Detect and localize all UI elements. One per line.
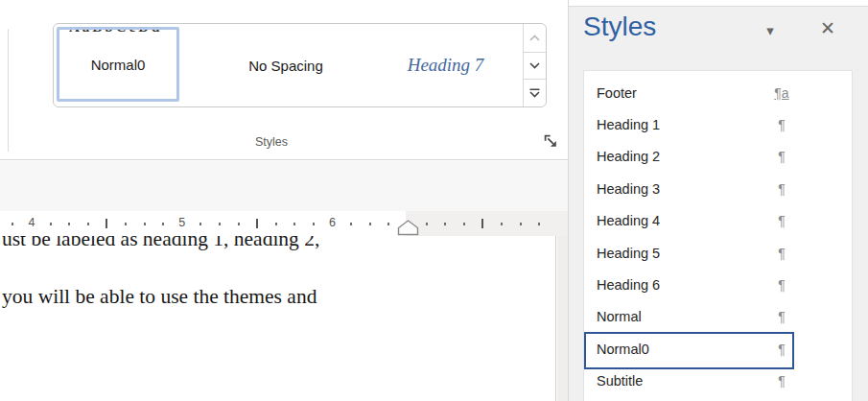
document-top-margin-band [0,161,568,211]
paragraph-mark-icon: ¶ [765,373,798,389]
style-name: Heading 4 [597,213,765,228]
paragraph-mark-icon: ¶ [765,277,798,293]
ribbon-group-separator [8,29,9,152]
dialog-launcher-icon [544,134,559,150]
horizontal-ruler[interactable]: 456 [0,211,568,236]
ruler-half-tick [481,219,483,228]
style-name: Heading 5 [597,246,765,261]
pane-close-button[interactable]: ✕ [816,17,839,39]
ruler-number: 4 [29,216,35,229]
style-name: Heading 2 [597,149,765,164]
ruler-tick [125,223,127,225]
ruler-text-area [0,211,406,236]
ruler-number: 5 [178,216,185,229]
style-list-item-heading-3[interactable]: Heading 3¶ [584,173,852,204]
ruler-tick [275,223,277,225]
gallery-scroll-up-button[interactable] [524,24,546,52]
style-card-heading-7[interactable]: Heading 7 [368,24,523,106]
paragraph-mark-icon: ¶a [765,85,798,101]
style-list-item-footer[interactable]: Footer¶a [584,77,852,108]
ruler-tick [313,223,315,225]
paragraph-mark-icon: ¶ [765,181,798,197]
style-card-normal0[interactable]: AaBbCcDd Normal0 [57,27,179,102]
gallery-scroll-down-button[interactable] [524,52,546,80]
style-list-item-heading-6[interactable]: Heading 6¶ [584,269,852,300]
styles-pane-title: Styles [583,12,656,42]
style-list-item-subtitle[interactable]: Subtitle¶ [584,366,852,397]
ruler-tick [520,223,522,225]
gallery-scroll-column [523,24,546,106]
ruler-tick [162,223,164,225]
styles-gallery: AaBbCcDd Normal0 No Spacing Heading 7 [53,23,547,107]
ruler-tick [50,223,52,225]
ruler-tick [219,223,221,225]
ruler-tick [293,223,295,225]
style-card-no-spacing[interactable]: No Spacing [205,24,366,106]
style-card-label: Heading 7 [408,55,484,76]
ruler-tick [350,223,352,225]
style-card-label: No Spacing [248,58,323,74]
style-preview-clipped: AaBbCcDd [59,30,176,36]
style-name: Subtitle [597,373,765,389]
ruler-tick [87,223,89,225]
ruler-tick [387,223,389,225]
document-page[interactable]: ust be labeled as heading 1, heading 2, … [0,236,556,401]
style-list-item-heading-1[interactable]: Heading 1¶ [584,108,852,140]
paragraph-mark-icon: ¶ [765,149,798,164]
paragraph-mark-icon: ¶ [765,309,798,324]
style-name: Heading 6 [597,277,765,293]
style-list-item-normal[interactable]: Normal¶ [584,301,852,333]
ruler-tick [12,223,13,225]
ribbon-styles-group: AaBbCcDd Normal0 No Spacing Heading 7 [0,0,568,160]
ruler-number: 6 [329,216,336,229]
paragraph-mark-icon: ¶ [765,213,798,228]
style-list-item-heading-5[interactable]: Heading 5¶ [584,237,852,269]
style-list-item-normal0[interactable]: Normal0¶ [584,333,852,365]
more-styles-icon [529,88,540,98]
document-text-line-clipped: ust be labeled as heading 1, heading 2, [2,236,414,252]
style-name: Heading 3 [597,181,765,197]
pane-top-edge [569,0,868,7]
style-list-item-heading-4[interactable]: Heading 4¶ [584,205,852,237]
ruler-tick [463,223,465,225]
style-card-label: Normal0 [91,57,146,73]
paragraph-mark-icon: ¶ [765,342,798,357]
style-name: Heading 1 [597,117,765,132]
document-right-gutter [557,236,568,401]
ruler-tick [444,223,446,225]
styles-task-pane: Styles ▾ ✕ Footer¶aHeading 1¶Heading 2¶H… [568,0,868,401]
chevron-up-icon [529,35,540,41]
ruler-tick [68,223,70,225]
styles-list: Footer¶aHeading 1¶Heading 2¶Heading 3¶He… [583,70,853,401]
style-list-item-heading-2[interactable]: Heading 2¶ [584,141,852,173]
ruler-tick [369,223,371,225]
paragraph-mark-icon: ¶ [765,246,798,261]
ruler-tick [144,223,146,225]
ruler-tick [426,223,428,225]
ruler-tick [538,223,540,225]
styles-dialog-launcher-button[interactable] [544,134,559,150]
ruler-tick [501,223,503,225]
word-window: AaBbCcDd Normal0 No Spacing Heading 7 [0,0,868,401]
styles-gallery-cards: AaBbCcDd Normal0 No Spacing Heading 7 [54,24,523,106]
chevron-down-icon [529,62,540,69]
ruler-tick [199,223,201,225]
style-name: Normal0 [597,342,765,357]
ribbon-group-label: Styles [209,135,334,149]
pane-options-dropdown-button[interactable]: ▾ [759,22,782,39]
style-name: Footer [597,85,765,101]
ruler-half-tick [256,219,258,228]
document-text-line: you will be able to use the themes and [2,284,317,309]
gallery-more-button[interactable] [524,79,546,106]
ruler-half-tick [106,219,107,228]
ruler-tick [238,223,240,225]
paragraph-mark-icon: ¶ [765,117,798,132]
style-name: Normal [597,309,765,324]
